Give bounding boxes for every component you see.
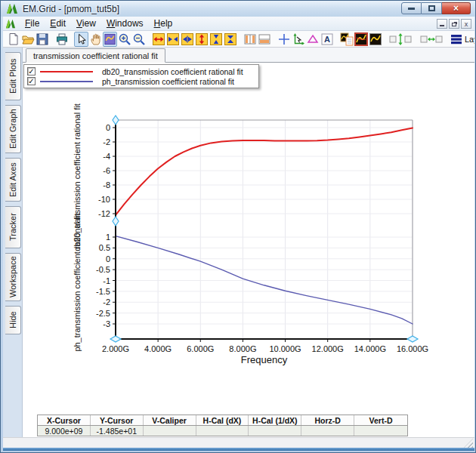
shrink-horizontal-icon[interactable] bbox=[180, 32, 194, 47]
legend-line-sample-db20 bbox=[40, 71, 93, 72]
menu-help[interactable]: Help bbox=[149, 17, 178, 30]
sidebar-item-tracker[interactable]: Tracker bbox=[5, 206, 21, 248]
client-area: Edit Plots Edit Graph Edit Axes Tracker … bbox=[3, 48, 474, 438]
sidebar-item-edit-plots[interactable]: Edit Plots bbox=[5, 52, 21, 100]
layout-button[interactable]: Layou bbox=[450, 34, 474, 45]
sidebar-item-workspace[interactable]: Workspace bbox=[5, 253, 21, 301]
legend-checkbox-ph[interactable]: ✓ bbox=[27, 77, 36, 85]
svg-text:-0.5: -0.5 bbox=[96, 265, 110, 274]
legend-label-db20: db20_transmission coefficient rational f… bbox=[102, 67, 243, 76]
plot-canvas[interactable]: 0-2-4-6-8-10-1210.50-0.5-1-1.5-2-2.5-32.… bbox=[23, 63, 474, 380]
sidebar: Edit Plots Edit Graph Edit Axes Tracker … bbox=[3, 48, 23, 438]
window-body: File Edit View Windows Help x bbox=[3, 17, 474, 449]
select-pointer-icon[interactable] bbox=[74, 32, 88, 47]
print-icon[interactable] bbox=[54, 32, 69, 47]
shrink-vertical-icon[interactable] bbox=[223, 32, 237, 47]
save-icon[interactable] bbox=[35, 32, 49, 47]
pan-hand-icon[interactable] bbox=[88, 32, 103, 47]
mdi-restore-button[interactable] bbox=[449, 19, 459, 29]
open-folder-icon[interactable] bbox=[20, 32, 35, 47]
legend-checkbox-db20[interactable]: ✓ bbox=[27, 67, 36, 76]
mdi-close-button[interactable]: x bbox=[461, 19, 471, 29]
svg-text:-2: -2 bbox=[103, 137, 110, 146]
zoom-out-icon[interactable] bbox=[131, 32, 146, 47]
svg-text:-4: -4 bbox=[103, 152, 110, 161]
mdi-minimize-icon bbox=[440, 25, 444, 26]
value-horz-d bbox=[301, 426, 354, 436]
svg-text:0: 0 bbox=[106, 123, 110, 132]
title-bar[interactable]: EM.Grid - [pmom_tut5b] × bbox=[1, 1, 476, 17]
sidebar-item-edit-axes[interactable]: Edit Axes bbox=[5, 158, 21, 202]
svg-text:-1: -1 bbox=[103, 276, 110, 285]
plot-style-icon[interactable] bbox=[368, 32, 382, 47]
header-v-caliper: V-Caliper bbox=[144, 415, 196, 425]
menu-view[interactable]: View bbox=[71, 17, 101, 30]
mdi-close-icon: x bbox=[465, 20, 468, 28]
svg-text:1: 1 bbox=[106, 233, 110, 242]
plot-region: ✓ db20_transmission coefficient rational… bbox=[23, 63, 474, 380]
menu-windows[interactable]: Windows bbox=[101, 17, 149, 30]
resize-grip[interactable] bbox=[464, 439, 473, 448]
layout-label: Layou bbox=[465, 35, 474, 44]
window-frame-bottom bbox=[3, 448, 474, 451]
fit-vertical-icon[interactable] bbox=[194, 32, 209, 47]
horizontal-spacing-icon[interactable] bbox=[419, 32, 444, 47]
svg-text:-6: -6 bbox=[103, 166, 110, 175]
axes-tracker-icon[interactable] bbox=[291, 32, 305, 47]
zoom-window-icon[interactable] bbox=[103, 32, 117, 47]
svg-text:-3: -3 bbox=[103, 319, 110, 328]
mdi-restore-icon bbox=[452, 23, 456, 26]
plot-legend: ✓ db20_transmission coefficient rational… bbox=[23, 64, 259, 88]
maximize-button[interactable] bbox=[422, 2, 442, 14]
close-icon: × bbox=[453, 3, 459, 14]
toolbar: A Layou bbox=[3, 31, 474, 48]
plot-style-active-icon[interactable] bbox=[354, 32, 368, 47]
zoom-in-icon[interactable] bbox=[117, 32, 131, 47]
value-v-caliper bbox=[144, 426, 196, 436]
split-horizontal-icon[interactable] bbox=[257, 32, 271, 47]
split-vertical-icon[interactable] bbox=[243, 32, 257, 47]
svg-text:-12: -12 bbox=[98, 209, 110, 218]
app-logo-icon bbox=[6, 3, 18, 14]
window-title: EM.Grid - [pmom_tut5b] bbox=[23, 4, 119, 14]
svg-text:-8: -8 bbox=[103, 180, 110, 190]
value-x-cursor: 9.000e+09 bbox=[38, 426, 91, 436]
value-vert-d bbox=[354, 426, 407, 436]
app-window: EM.Grid - [pmom_tut5b] × File Edit View … bbox=[0, 0, 476, 453]
legend-label-ph: ph_transmission coefficient rational fit bbox=[102, 77, 234, 86]
crosshair-cursor-icon[interactable] bbox=[277, 32, 291, 47]
menu-bar: File Edit View Windows Help x bbox=[3, 17, 474, 31]
new-document-icon[interactable] bbox=[6, 32, 20, 47]
tab-transmission-coefficient[interactable]: transmission coefficient rational fit bbox=[26, 48, 165, 63]
header-h-cal-1dx: H-Cal (1/dX) bbox=[249, 415, 301, 425]
header-x-cursor: X-Cursor bbox=[38, 415, 91, 425]
value-h-cal-1dx bbox=[249, 426, 301, 436]
svg-text:2.000G: 2.000G bbox=[102, 344, 129, 353]
text-annotation-icon[interactable]: A bbox=[320, 32, 334, 47]
expand-horizontal-icon[interactable] bbox=[165, 32, 180, 47]
close-button[interactable]: × bbox=[442, 2, 471, 14]
header-h-cal-dx: H-Cal (dX) bbox=[196, 415, 249, 425]
svg-text:6.000G: 6.000G bbox=[187, 344, 214, 353]
vertical-spacing-icon[interactable] bbox=[388, 32, 413, 47]
sidebar-item-hide[interactable]: Hide bbox=[5, 306, 21, 334]
svg-text:14.000G: 14.000G bbox=[354, 344, 386, 353]
header-vert-d: Vert-D bbox=[354, 415, 407, 425]
minimize-button[interactable] bbox=[401, 2, 422, 14]
legend-line-sample-ph bbox=[40, 81, 93, 82]
layout-icon bbox=[450, 34, 462, 45]
svg-text:16.000G: 16.000G bbox=[397, 344, 428, 353]
menu-edit[interactable]: Edit bbox=[45, 17, 71, 30]
caliper-icon[interactable] bbox=[305, 32, 320, 47]
sidebar-item-edit-graph[interactable]: Edit Graph bbox=[5, 105, 21, 153]
svg-text:4.000G: 4.000G bbox=[144, 344, 172, 353]
mdi-minimize-button[interactable] bbox=[437, 19, 447, 29]
minimize-icon bbox=[408, 8, 415, 10]
svg-text:-10: -10 bbox=[98, 195, 110, 204]
menu-file[interactable]: File bbox=[20, 17, 45, 30]
svg-text:8.000G: 8.000G bbox=[229, 344, 256, 353]
copy-plot-icon[interactable] bbox=[339, 32, 354, 47]
svg-text:10.000G: 10.000G bbox=[269, 344, 301, 353]
expand-vertical-icon[interactable] bbox=[209, 32, 223, 47]
fit-horizontal-icon[interactable] bbox=[151, 32, 165, 47]
